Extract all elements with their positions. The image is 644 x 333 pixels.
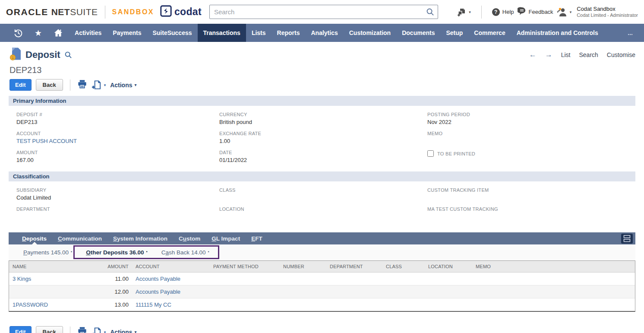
nav-overflow-button[interactable]: ... — [616, 24, 644, 42]
deposit-record-icon: 1 — [9, 47, 21, 62]
bullet-icon: • — [208, 250, 209, 254]
location-cell — [425, 298, 472, 311]
field-value — [427, 138, 635, 144]
actions-menu[interactable]: Actions ▾ — [110, 82, 136, 89]
memo-cell — [472, 298, 635, 311]
nav-item-administration[interactable]: Administration and Controls — [511, 24, 604, 42]
home-icon[interactable] — [47, 24, 69, 42]
toggle-layout-icon[interactable] — [621, 232, 635, 244]
tab-communication[interactable]: Communication — [52, 232, 107, 244]
account-info[interactable]: Codat Sandbox Codat Limited - Administra… — [577, 6, 638, 19]
column-header-account: ACCOUNT — [132, 261, 210, 273]
nav-item-analytics[interactable]: Analytics — [305, 24, 343, 42]
next-record-arrow-icon[interactable]: → — [545, 51, 552, 59]
account-link[interactable]: TEST PUSH ACCOUNT — [16, 138, 219, 144]
field-label: CURRENCY — [219, 112, 427, 117]
account-cell[interactable]: Accounts Payable — [132, 273, 210, 285]
field-label: ACCOUNT — [16, 131, 219, 136]
subtab-payments[interactable]: Payments 145.00 • — [16, 244, 79, 260]
field-label: DATE — [219, 150, 427, 155]
nav-item-lists[interactable]: Lists — [246, 24, 271, 42]
account-name: Codat Sandbox — [577, 6, 638, 13]
nav-item-customization[interactable]: Customization — [344, 24, 396, 42]
tab-eft[interactable]: EFT — [246, 232, 268, 244]
tab-gl-impact[interactable]: GL Impact — [206, 232, 246, 244]
nav-item-setup[interactable]: Setup — [440, 24, 468, 42]
tab-deposits[interactable]: Deposits — [16, 232, 52, 244]
classification-section: Classification SUBSIDIARY Codat Limited … — [9, 171, 635, 225]
header-actions: ▾ ? Help Feedback ▾ C — [457, 6, 638, 19]
class-field: CLASS — [219, 187, 427, 201]
actions-menu[interactable]: Actions ▾ — [110, 329, 136, 333]
account-cell[interactable]: Accounts Payable — [132, 285, 210, 298]
edit-button[interactable]: Edit — [9, 326, 32, 333]
name-cell[interactable]: 3 Kings — [9, 273, 102, 285]
back-button[interactable]: Back — [36, 326, 63, 333]
to-be-printed-checkbox[interactable] — [427, 150, 434, 157]
field-label: CUSTOM TRACKING ITEM — [427, 187, 635, 193]
field-value: Nov 2022 — [427, 119, 635, 125]
global-search-input[interactable] — [209, 5, 438, 19]
feedback-button[interactable]: Feedback — [518, 7, 553, 17]
name-cell[interactable]: 1PASSWORD — [9, 298, 102, 311]
feedback-bubble-icon — [518, 7, 526, 17]
search-link[interactable]: Search — [579, 51, 598, 58]
add-related-record-button[interactable]: ▾ — [92, 80, 106, 90]
help-label: Help — [502, 9, 514, 15]
bullet-icon: • — [146, 250, 148, 254]
tab-system-information[interactable]: System Information — [107, 232, 173, 244]
tab-custom[interactable]: Custom — [173, 232, 206, 244]
subtab-other-deposits[interactable]: Other Deposits 36.00 • — [79, 244, 154, 260]
exchange-rate-field: EXCHANGE RATE 1.00 — [219, 131, 427, 144]
name-cell — [9, 285, 102, 298]
list-link[interactable]: List — [561, 51, 571, 58]
previous-record-arrow-icon[interactable]: ← — [529, 51, 537, 59]
subtab-cash-back[interactable]: Cash Back 14.00 • — [155, 244, 216, 260]
field-value — [427, 213, 635, 220]
search-icon[interactable] — [426, 8, 434, 18]
actions-label: Actions — [110, 329, 132, 333]
toolbar-top: Edit Back ▾ Actions ▾ — [9, 79, 635, 91]
quick-add-menu[interactable]: ▾ — [457, 7, 471, 17]
netsuite-wordmark-net: NET — [51, 7, 70, 17]
nav-item-payments[interactable]: Payments — [107, 24, 147, 42]
nav-item-transactions[interactable]: Transactions — [198, 24, 246, 42]
column-header-class: CLASS — [382, 261, 425, 273]
field-label: MA TEST CUSTOM TRACKING — [427, 206, 635, 212]
posting-period-field: POSTING PERIOD Nov 2022 — [427, 112, 635, 125]
to-be-printed-field: TO BE PRINTED — [427, 150, 635, 157]
department-field: DEPARTMENT — [16, 206, 219, 220]
page-title-row: 1 Deposit ← → List Search Customise — [9, 47, 635, 62]
nav-item-reports[interactable]: Reports — [271, 24, 306, 42]
account-field: ACCOUNT TEST PUSH ACCOUNT — [16, 131, 219, 144]
oracle-wordmark: ORACLE — [6, 7, 48, 17]
shortcuts-star-icon[interactable]: ★ — [29, 24, 47, 42]
roles-menu[interactable]: ▾ — [557, 7, 572, 16]
currency-field: CURRENCY British pound — [219, 112, 427, 125]
nav-item-suitesuccess[interactable]: SuiteSuccess — [147, 24, 197, 42]
to-be-printed-label: TO BE PRINTED — [437, 151, 475, 156]
back-button[interactable]: Back — [36, 79, 63, 91]
record-tabs: Deposits Communication System Informatio… — [9, 232, 635, 244]
class-cell — [382, 273, 425, 285]
customise-link[interactable]: Customise — [607, 51, 635, 58]
amount-cell: 11.00 — [102, 273, 132, 285]
help-button[interactable]: ? Help — [492, 8, 514, 16]
nav-item-documents[interactable]: Documents — [396, 24, 440, 42]
field-value: DEP213 — [16, 119, 219, 125]
add-related-record-button[interactable]: ▾ — [92, 327, 106, 333]
account-cell[interactable]: 111115 My CC — [132, 298, 210, 311]
edit-button[interactable]: Edit — [9, 79, 32, 91]
column-header-payment-method: PAYMENT METHOD — [210, 261, 280, 273]
print-icon[interactable] — [77, 326, 87, 333]
recent-records-icon[interactable] — [8, 24, 29, 42]
location-cell — [425, 273, 472, 285]
nav-item-activities[interactable]: Activities — [69, 24, 107, 42]
amount-cell: 12.00 — [102, 285, 132, 298]
record-search-icon[interactable] — [64, 51, 72, 60]
nav-item-commerce[interactable]: Commerce — [468, 24, 511, 42]
field-value: 167.00 — [16, 157, 219, 163]
field-label: LOCATION — [219, 206, 427, 212]
number-cell — [280, 298, 326, 311]
print-icon[interactable] — [77, 79, 87, 91]
